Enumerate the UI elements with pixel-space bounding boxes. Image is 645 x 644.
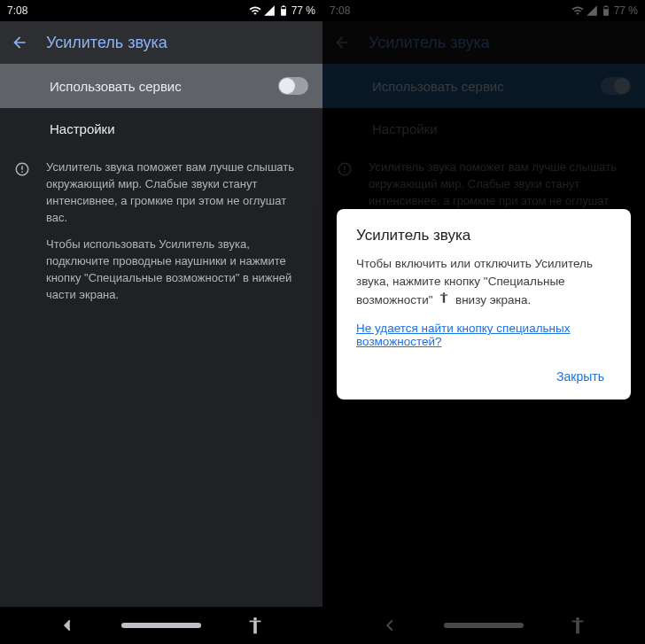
- use-service-row[interactable]: Использовать сервис: [0, 64, 322, 108]
- svg-point-4: [443, 292, 445, 294]
- navigation-bar: [0, 607, 322, 644]
- battery-percent: 77 %: [614, 4, 638, 17]
- use-service-label: Использовать сервис: [50, 79, 182, 94]
- use-service-label: Использовать сервис: [372, 79, 504, 94]
- info-icon: [14, 161, 30, 177]
- use-service-row[interactable]: Использовать сервис: [322, 64, 645, 108]
- wifi-icon: [249, 4, 261, 17]
- back-button[interactable]: [11, 34, 28, 51]
- app-header: Усилитель звука: [322, 21, 645, 64]
- accessibility-icon: [568, 616, 587, 635]
- app-header: Усилитель звука: [0, 21, 322, 64]
- settings-label: Настройки: [372, 121, 438, 136]
- info-icon: [337, 161, 353, 177]
- nav-accessibility-button[interactable]: [568, 616, 587, 635]
- status-bar: 7:08 77 %: [0, 0, 322, 21]
- dialog: Усилитель звука Чтобы включить или отклю…: [337, 209, 631, 400]
- nav-back-button[interactable]: [380, 616, 400, 635]
- back-button[interactable]: [333, 34, 351, 51]
- dialog-body-after: внизу экрана.: [455, 293, 531, 306]
- wifi-icon: [571, 4, 584, 17]
- clock: 7:08: [330, 4, 350, 17]
- dialog-body: Чтобы включить или отключить Усилитель з…: [356, 255, 611, 309]
- page-title: Усилитель звука: [46, 34, 167, 52]
- status-icons: 77 %: [249, 4, 315, 17]
- clock: 7:08: [7, 4, 27, 17]
- nav-accessibility-button[interactable]: [245, 616, 265, 635]
- battery-icon: [600, 4, 612, 17]
- arrow-left-icon: [333, 34, 351, 51]
- accessibility-icon: [245, 616, 265, 635]
- dialog-close-button[interactable]: Закрыть: [549, 364, 611, 389]
- use-service-switch[interactable]: [601, 77, 631, 95]
- battery-icon: [277, 4, 290, 17]
- dialog-actions: Закрыть: [356, 364, 611, 389]
- status-icons: 77 %: [571, 4, 638, 17]
- signal-icon: [263, 4, 276, 17]
- svg-point-3: [576, 617, 579, 621]
- navigation-bar: [322, 607, 645, 644]
- info-p1: Усилитель звука поможет вам лучше слышат…: [46, 159, 305, 226]
- dialog-help-link[interactable]: Не удается найти кнопку специальных возм…: [356, 322, 611, 348]
- info-text: Усилитель звука поможет вам лучше слышат…: [46, 159, 305, 304]
- accessibility-icon: [438, 291, 450, 309]
- nav-home-pill[interactable]: [444, 623, 524, 628]
- settings-row[interactable]: Настройки: [0, 108, 322, 149]
- arrow-left-icon: [11, 34, 28, 51]
- svg-point-1: [253, 617, 257, 621]
- dialog-title: Усилитель звука: [356, 227, 611, 244]
- use-service-switch[interactable]: [278, 77, 308, 95]
- status-bar: 7:08 77 %: [322, 0, 645, 21]
- battery-percent: 77 %: [291, 4, 315, 17]
- chevron-left-icon: [380, 616, 400, 635]
- settings-label: Настройки: [50, 121, 115, 136]
- phone-left: 7:08 77 % Усилитель звука Использовать с…: [0, 0, 322, 644]
- svg-rect-2: [603, 7, 608, 9]
- svg-rect-0: [281, 7, 285, 9]
- settings-row[interactable]: Настройки: [322, 108, 645, 149]
- chevron-left-icon: [58, 616, 77, 635]
- nav-home-pill[interactable]: [121, 623, 201, 628]
- phone-right: 7:08 77 % Усилитель звука Использовать с…: [322, 0, 645, 644]
- info-block: Усилитель звука поможет вам лучше слышат…: [0, 149, 322, 314]
- signal-icon: [586, 4, 598, 17]
- nav-back-button[interactable]: [58, 616, 77, 635]
- page-title: Усилитель звука: [369, 34, 490, 52]
- info-p2: Чтобы использовать Усилитель звука, подк…: [46, 237, 305, 303]
